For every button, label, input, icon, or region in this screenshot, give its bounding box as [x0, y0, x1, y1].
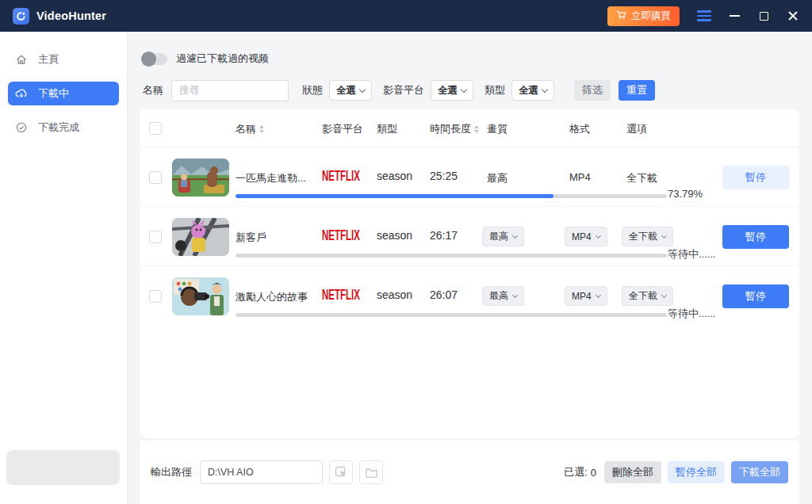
- folder-icon: [365, 466, 378, 479]
- pause-all-button[interactable]: 暫停全部: [668, 461, 725, 483]
- reset-filter-button[interactable]: 重置: [619, 80, 655, 101]
- chevron-down-icon: [359, 86, 366, 92]
- header-type: 類型: [377, 122, 397, 136]
- status-filter-label: 狀態: [302, 83, 323, 97]
- video-thumbnail: [172, 158, 229, 197]
- type-dropdown[interactable]: 全選: [511, 80, 554, 101]
- option-dropdown[interactable]: 全下載: [622, 227, 673, 246]
- name-filter-label: 名稱: [143, 83, 163, 97]
- progress-label: 等待中......: [668, 247, 716, 262]
- output-path-label: 輸出路徑: [151, 465, 192, 479]
- type-dropdown-value: 全選: [519, 84, 538, 97]
- platform-logo: NETFLIX: [322, 168, 360, 184]
- progress-bar: [236, 194, 667, 198]
- header-options: 選項: [626, 122, 647, 136]
- quality-dropdown[interactable]: 最高: [482, 227, 524, 246]
- main-area: 過濾已下載過的视频 名稱 狀態 全選 影音平台 全選 類型 全選: [128, 32, 812, 504]
- platform-dropdown-value: 全選: [438, 84, 458, 97]
- sidebar-item-label: 主頁: [38, 52, 59, 67]
- video-type: season: [377, 288, 412, 301]
- toggle-knob-icon: [141, 52, 156, 67]
- format-dropdown[interactable]: MP4: [565, 286, 607, 306]
- buy-now-label: 立即購買: [631, 10, 671, 23]
- chevron-down-icon: [512, 292, 518, 298]
- apply-filter-button[interactable]: 筛选: [574, 80, 611, 101]
- video-thumbnail: [172, 277, 229, 315]
- search-input[interactable]: [171, 80, 289, 101]
- video-title: 一匹馬走進勒...: [236, 171, 306, 185]
- home-icon: [15, 53, 28, 66]
- sidebar-item-downloading[interactable]: 下載中: [8, 82, 119, 105]
- header-platform: 影音平台: [322, 122, 363, 136]
- progress-bar: [236, 254, 667, 258]
- header-format: 格式: [569, 122, 590, 136]
- sidebar-item-completed[interactable]: 下載完成: [8, 116, 119, 139]
- chevron-down-icon: [661, 233, 667, 239]
- video-title: 新客戶: [236, 231, 266, 245]
- status-dropdown-value: 全選: [336, 84, 356, 97]
- selected-count-value: 0: [591, 467, 596, 479]
- table-row: 新客戶 NETFLIX season 26:17 最高 MP4 全下載 等待中.…: [140, 207, 799, 266]
- sort-icon: [259, 125, 264, 133]
- menu-icon[interactable]: [697, 10, 711, 21]
- pause-button[interactable]: 暫停: [722, 166, 789, 189]
- cart-icon: [616, 10, 626, 22]
- chevron-down-icon: [661, 292, 667, 298]
- platform-logo: NETFLIX: [322, 287, 360, 303]
- header-name[interactable]: 名稱: [236, 122, 264, 136]
- minimize-button[interactable]: [728, 10, 741, 22]
- chevron-down-icon: [596, 233, 601, 239]
- filter-downloaded-toggle[interactable]: [143, 53, 167, 65]
- select-all-checkbox[interactable]: [149, 122, 162, 135]
- progress-fill: [236, 194, 553, 198]
- chevron-down-icon: [512, 233, 518, 239]
- header-duration[interactable]: 時間長度: [430, 122, 479, 136]
- sidebar-item-label: 下載完成: [38, 120, 79, 135]
- filter-downloaded-label: 過濾已下載過的视频: [176, 52, 269, 66]
- titlebar: VideoHunter 立即購買: [0, 0, 812, 32]
- app-logo-icon: [13, 8, 29, 25]
- open-folder-button[interactable]: [359, 460, 383, 484]
- progress-label: 73.79%: [668, 188, 703, 200]
- video-duration: 26:17: [430, 229, 458, 242]
- pause-button[interactable]: 暫停: [722, 225, 789, 249]
- platform-logo: NETFLIX: [322, 227, 360, 243]
- selected-count-label: 已選:: [564, 465, 588, 479]
- pause-button[interactable]: 暫停: [722, 284, 789, 308]
- table-header: 名稱 影音平台 類型 時間長度 畫質 格式 選項: [140, 109, 799, 147]
- progress-bar: [236, 313, 667, 317]
- format-dropdown[interactable]: MP4: [565, 227, 607, 246]
- download-all-button[interactable]: 下載全部: [731, 461, 788, 483]
- row-checkbox[interactable]: [149, 231, 162, 243]
- row-checkbox[interactable]: [149, 290, 162, 303]
- sidebar-item-home[interactable]: 主頁: [8, 48, 119, 71]
- row-checkbox[interactable]: [149, 171, 162, 184]
- footer-bar: 輸出路徑 已選: 0 刪除全部 暫停全部 下載全部: [140, 441, 799, 504]
- chevron-down-icon: [542, 86, 548, 92]
- header-quality: 畫質: [487, 122, 508, 136]
- type-filter-label: 類型: [485, 83, 505, 97]
- close-icon: [787, 10, 799, 21]
- format-value: MP4: [569, 171, 591, 183]
- maximize-button[interactable]: [757, 10, 770, 22]
- video-title: 激勵人心的故事: [236, 290, 308, 304]
- delete-all-button[interactable]: 刪除全部: [604, 461, 661, 483]
- table-row: 一匹馬走進勒... NETFLIX season 25:25 最高 MP4 全下…: [140, 147, 799, 207]
- platform-dropdown[interactable]: 全選: [431, 80, 473, 101]
- app-window: VideoHunter 立即購買 主頁: [0, 0, 812, 504]
- check-circle-icon: [15, 121, 28, 134]
- status-dropdown[interactable]: 全選: [329, 80, 372, 101]
- option-dropdown[interactable]: 全下載: [622, 286, 673, 306]
- quality-dropdown[interactable]: 最高: [482, 286, 524, 306]
- sidebar-item-label: 下載中: [38, 86, 69, 101]
- locate-path-button[interactable]: [329, 460, 353, 484]
- progress-label: 等待中......: [668, 307, 716, 321]
- buy-now-button[interactable]: 立即購買: [607, 6, 680, 26]
- sidebar: 主頁 下載中 下載完成: [0, 32, 128, 504]
- maximize-icon: [760, 12, 768, 21]
- video-type: season: [377, 170, 412, 182]
- close-button[interactable]: [787, 10, 799, 22]
- output-path-input[interactable]: [200, 460, 323, 484]
- option-value: 全下載: [626, 171, 657, 185]
- chevron-down-icon: [596, 292, 601, 298]
